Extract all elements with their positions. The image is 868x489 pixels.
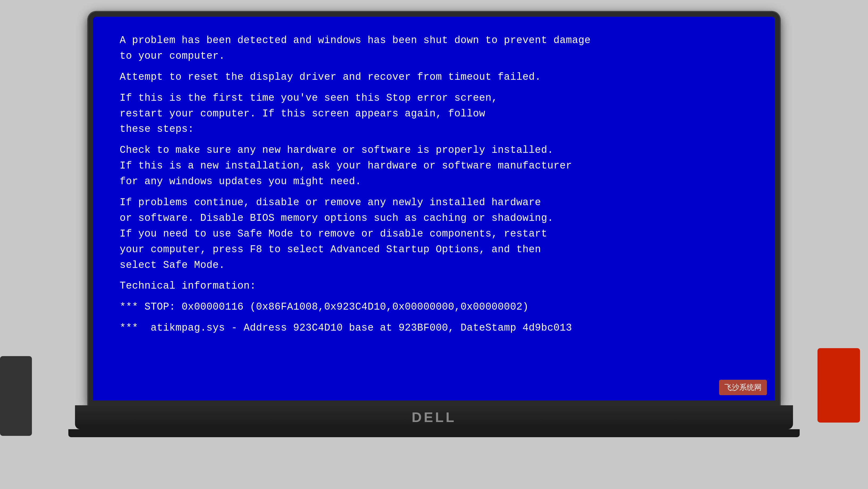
bsod-line: restart your computer. If this screen ap… — [120, 106, 759, 122]
bsod-line: or software. Disable BIOS memory options… — [120, 210, 759, 226]
bsod-content: A problem has been detected and windows … — [120, 33, 759, 390]
watermark: 飞沙系统网 — [719, 380, 767, 395]
bsod-line: these steps: — [120, 122, 759, 137]
bsod-screen: A problem has been detected and windows … — [93, 17, 775, 400]
bsod-line — [120, 137, 759, 142]
laptop-brand-logo: DELL — [412, 409, 456, 425]
bsod-line: to your computer. — [120, 48, 759, 64]
laptop-container: A problem has been detected and windows … — [62, 12, 806, 477]
bsod-line: If problems continue, disable or remove … — [120, 195, 759, 210]
laptop-base: DELL — [75, 405, 793, 429]
right-side-object — [817, 348, 860, 423]
bsod-line: your computer, press F8 to select Advanc… — [120, 242, 759, 258]
laptop-hinge — [68, 429, 800, 437]
bsod-line — [120, 85, 759, 90]
bsod-line: If this is the first time you've seen th… — [120, 90, 759, 106]
bsod-line — [120, 190, 759, 195]
bsod-line: select Safe Mode. — [120, 258, 759, 273]
laptop-screen-outer: A problem has been detected and windows … — [88, 12, 780, 405]
bsod-line — [120, 294, 759, 299]
bsod-line — [120, 315, 759, 320]
bsod-line: Technical information: — [120, 278, 759, 294]
bsod-line: Attempt to reset the display driver and … — [120, 69, 759, 85]
bsod-line: *** STOP: 0x00000116 (0x86FA1008,0x923C4… — [120, 299, 759, 315]
bsod-line: If you need to use Safe Mode to remove o… — [120, 226, 759, 242]
bsod-line — [120, 273, 759, 278]
left-object — [0, 356, 32, 436]
bsod-line: for any windows updates you might need. — [120, 174, 759, 190]
bsod-line: *** atikmpag.sys - Address 923C4D10 base… — [120, 320, 759, 336]
bsod-line — [120, 64, 759, 69]
bsod-line: A problem has been detected and windows … — [120, 33, 759, 48]
bsod-line: Check to make sure any new hardware or s… — [120, 142, 759, 158]
bsod-line: If this is a new installation, ask your … — [120, 158, 759, 174]
